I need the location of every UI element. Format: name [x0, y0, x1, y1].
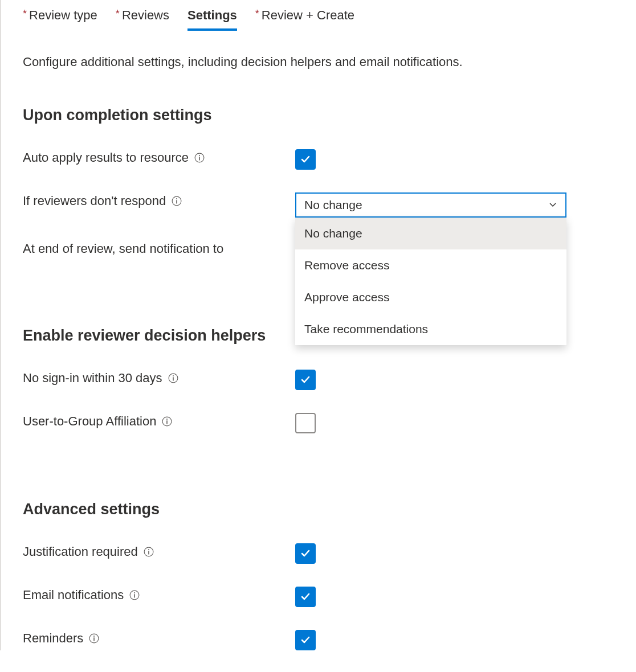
checkbox-affiliation[interactable] — [295, 413, 316, 433]
dropdown-option-no-change[interactable]: No change — [295, 218, 566, 249]
label-reminders: Reminders — [23, 630, 295, 646]
dropdown-option-remove-access[interactable]: Remove access — [295, 249, 566, 281]
svg-rect-11 — [167, 420, 168, 424]
required-star: * — [23, 8, 27, 19]
info-icon[interactable] — [194, 153, 205, 163]
svg-rect-17 — [134, 594, 136, 597]
svg-rect-8 — [173, 377, 174, 380]
svg-point-13 — [148, 549, 149, 550]
dropdown-option-approve-access[interactable]: Approve access — [295, 281, 566, 313]
checkbox-email[interactable] — [295, 587, 316, 607]
info-icon[interactable] — [162, 416, 172, 427]
tab-label: Settings — [187, 8, 237, 22]
label-affiliation: User-to-Group Affiliation — [23, 413, 295, 429]
svg-point-10 — [166, 419, 168, 420]
tab-review-type[interactable]: *Review type — [23, 5, 97, 31]
label-no-signin: No sign-in within 30 days — [23, 370, 295, 386]
svg-point-16 — [134, 592, 135, 593]
checkbox-auto-apply[interactable] — [295, 149, 316, 170]
tab-settings[interactable]: Settings — [187, 5, 237, 31]
checkbox-no-signin[interactable] — [295, 370, 316, 390]
info-icon[interactable] — [129, 590, 140, 600]
info-icon[interactable] — [89, 633, 99, 644]
required-star: * — [116, 8, 120, 19]
info-icon[interactable] — [144, 547, 154, 557]
svg-rect-2 — [199, 157, 200, 160]
tab-review-create[interactable]: *Review + Create — [255, 5, 354, 31]
tab-bar: *Review type *Reviews Settings *Review +… — [23, 5, 636, 31]
dropdown-menu: No change Remove access Approve access T… — [295, 218, 566, 345]
chevron-down-icon — [548, 198, 557, 212]
required-star: * — [255, 8, 259, 19]
checkbox-justification[interactable] — [295, 543, 316, 564]
svg-rect-20 — [94, 637, 95, 641]
section-heading-completion: Upon completion settings — [23, 106, 636, 124]
tab-reviews[interactable]: *Reviews — [116, 5, 169, 31]
dropdown-if-no-respond[interactable]: No change — [295, 192, 566, 218]
dropdown-option-take-recommendations[interactable]: Take recommendations — [295, 313, 566, 345]
label-email: Email notifications — [23, 587, 295, 603]
label-justification: Justification required — [23, 543, 295, 559]
svg-point-7 — [173, 375, 174, 376]
info-icon[interactable] — [168, 373, 178, 383]
checkbox-reminders[interactable] — [295, 630, 316, 650]
label-end-notification: At end of review, send notification to — [23, 240, 295, 256]
svg-rect-5 — [176, 200, 177, 203]
svg-rect-14 — [148, 551, 149, 554]
page-description: Configure additional settings, including… — [23, 54, 636, 71]
svg-point-4 — [176, 198, 177, 199]
section-heading-advanced: Advanced settings — [23, 501, 636, 518]
dropdown-value: No change — [304, 198, 362, 212]
svg-point-1 — [199, 155, 200, 156]
tab-label: Review type — [29, 8, 97, 22]
tab-label: Reviews — [122, 8, 169, 22]
label-if-no-respond: If reviewers don't respond — [23, 192, 295, 208]
info-icon[interactable] — [172, 196, 182, 206]
label-auto-apply: Auto apply results to resource — [23, 149, 295, 165]
tab-label: Review + Create — [262, 8, 354, 22]
svg-point-19 — [93, 636, 95, 637]
